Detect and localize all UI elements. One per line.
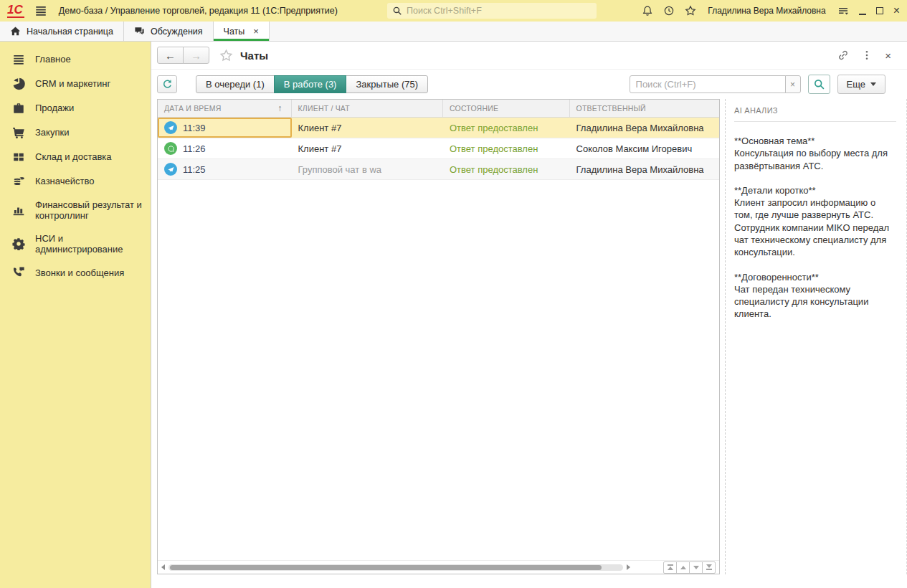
sidebar-item-9[interactable]: Звонки и сообщения — [0, 260, 151, 285]
column-header-label: ОТВЕТСТВЕННЫЙ — [576, 104, 646, 113]
cell-state[interactable]: Ответ предоставлен — [443, 159, 570, 179]
current-user-name[interactable]: Гладилина Вера Михайловна — [708, 6, 825, 16]
filter-button-3[interactable]: Закрытые (75) — [346, 75, 428, 93]
toolbar: В очереди (1)В работе (3)Закрытые (75) ×… — [151, 70, 907, 99]
go-next-row-button[interactable] — [689, 561, 703, 574]
tab-3[interactable]: Чаты× — [214, 22, 270, 41]
kebab-menu-icon[interactable] — [861, 49, 873, 61]
sidebar-item-7[interactable]: Финансовый результат и контроллинг — [0, 194, 151, 227]
sidebar-item-6[interactable]: Казначейство — [0, 169, 151, 194]
cell-date-time[interactable]: 11:26 — [158, 138, 292, 158]
add-favorite-star-icon[interactable] — [219, 49, 233, 62]
list-search-input[interactable] — [630, 75, 786, 93]
cell-client[interactable]: Групповой чат в wa — [292, 159, 443, 179]
sidebar-item-8[interactable]: НСИ и администрирование — [0, 227, 151, 261]
ai-section-body: Консультация по выбору места для развёрт… — [734, 147, 896, 172]
close-window-button[interactable]: × — [893, 5, 900, 16]
get-link-icon[interactable] — [837, 49, 849, 61]
filter-buttons: В очереди (1)В работе (3)Закрытые (75) — [196, 75, 428, 93]
chevron-down-icon — [870, 82, 876, 86]
cell-date-time[interactable]: 11:39 — [158, 118, 292, 138]
sidebar-item-label: Звонки и сообщения — [35, 267, 124, 278]
page-header: ← → Чаты × — [151, 42, 907, 70]
cell-client[interactable]: Клиент #7 — [292, 118, 443, 138]
scrollbar-thumb[interactable] — [170, 565, 602, 570]
scroll-right-icon[interactable] — [627, 564, 630, 570]
favorites-star-icon[interactable] — [685, 5, 696, 16]
column-header-3[interactable]: СОСТОЯНИЕ — [443, 100, 570, 117]
forward-button[interactable]: → — [183, 47, 209, 64]
bar-chart-icon — [11, 204, 26, 217]
tab-label: Начальная страница — [27, 27, 113, 37]
sidebar-item-5[interactable]: Склад и доставка — [0, 145, 151, 169]
discussion-icon — [134, 26, 145, 37]
table-row[interactable]: 11:25Групповой чат в waОтвет предоставле… — [158, 159, 719, 180]
coins-icon — [11, 175, 26, 188]
column-header-2[interactable]: КЛИЕНТ / ЧАТ — [292, 100, 443, 117]
notifications-bell-icon[interactable] — [642, 5, 653, 16]
row-time: 11:25 — [183, 164, 206, 175]
user-settings-icon[interactable] — [837, 5, 849, 16]
sidebar-menu: ГлавноеCRM и маркетингПродажиЗакупкиСкла… — [0, 42, 151, 588]
filter-button-2[interactable]: В работе (3) — [274, 75, 347, 93]
history-icon[interactable] — [663, 5, 675, 16]
titlebar-right: Гладилина Вера Михайловна × — [642, 0, 900, 22]
minimize-button[interactable] — [859, 14, 866, 15]
scroll-left-icon[interactable] — [161, 564, 165, 570]
page-header-actions: × — [837, 49, 901, 61]
go-first-row-button[interactable] — [663, 561, 677, 574]
state-label: Ответ предоставлен — [450, 164, 538, 175]
1c-logo: 1С — [7, 4, 24, 19]
filter-button-1[interactable]: В очереди (1) — [196, 75, 275, 93]
sidebar-item-1[interactable]: Главное — [0, 47, 151, 72]
table-footer — [158, 560, 719, 574]
cell-responsible[interactable]: Соколов Максим Игоревич — [570, 138, 719, 158]
state-label: Ответ предоставлен — [450, 143, 538, 154]
sidebar-item-label: НСИ и администрирование — [35, 233, 145, 255]
toolbar-right: × Еще — [630, 75, 901, 94]
cell-responsible[interactable]: Гладилина Вера Михайловна — [570, 159, 719, 179]
sidebar-item-2[interactable]: CRM и маркетинг — [0, 72, 151, 96]
pie-chart-icon — [11, 77, 26, 90]
cell-state[interactable]: Ответ предоставлен — [443, 118, 570, 138]
clear-search-icon[interactable]: × — [785, 75, 801, 93]
tab-1[interactable]: Начальная страница — [0, 22, 124, 41]
close-tab-icon[interactable]: × — [253, 27, 259, 36]
column-header-1[interactable]: ДАТА И ВРЕМЯ↑ — [158, 100, 292, 117]
refresh-button[interactable] — [157, 75, 177, 93]
cell-responsible[interactable]: Гладилина Вера Михайловна — [570, 118, 719, 138]
sidebar-item-label: CRM и маркетинг — [35, 78, 110, 89]
search-icon — [813, 78, 825, 90]
ai-section-heading: **Детали коротко** — [734, 184, 896, 196]
state-label: Ответ предоставлен — [450, 123, 538, 133]
table-row[interactable]: 11:39Клиент #7Ответ предоставленГладилин… — [158, 118, 719, 138]
go-last-row-button[interactable] — [702, 561, 716, 574]
cell-date-time[interactable]: 11:25 — [158, 159, 292, 179]
chats-table: ДАТА И ВРЕМЯ↑КЛИЕНТ / ЧАТСОСТОЯНИЕОТВЕТС… — [157, 99, 720, 574]
cell-state[interactable]: Ответ предоставлен — [443, 138, 570, 158]
horizontal-scrollbar[interactable] — [168, 564, 623, 571]
table-row[interactable]: 11:26Клиент #7Ответ предоставленСоколов … — [158, 138, 719, 159]
tab-2[interactable]: Обсуждения — [124, 22, 214, 41]
whatsapp-icon — [164, 142, 177, 155]
more-button-label: Еще — [847, 79, 865, 90]
ai-section-heading: **Договоренности** — [734, 271, 896, 283]
column-header-label: ДАТА И ВРЕМЯ — [164, 104, 221, 113]
more-button[interactable]: Еще — [837, 75, 885, 94]
column-header-4[interactable]: ОТВЕТСТВЕННЫЙ — [570, 100, 719, 117]
search-button[interactable] — [808, 75, 830, 94]
global-search[interactable] — [387, 3, 597, 19]
main-menu-icon[interactable] — [34, 4, 47, 17]
cell-client[interactable]: Клиент #7 — [292, 138, 443, 158]
maximize-button[interactable] — [876, 7, 883, 14]
sidebar-item-label: Финансовый результат и контроллинг — [35, 199, 145, 222]
go-prev-row-button[interactable] — [676, 561, 690, 574]
close-page-icon[interactable]: × — [885, 50, 891, 61]
row-nav-buttons — [663, 561, 716, 574]
global-search-input[interactable] — [407, 6, 592, 16]
sidebar-item-3[interactable]: Продажи — [0, 96, 151, 120]
sidebar-item-4[interactable]: Закупки — [0, 120, 151, 145]
back-button[interactable]: ← — [157, 47, 184, 64]
list-search: × — [630, 75, 801, 93]
phone-message-icon — [11, 266, 26, 279]
